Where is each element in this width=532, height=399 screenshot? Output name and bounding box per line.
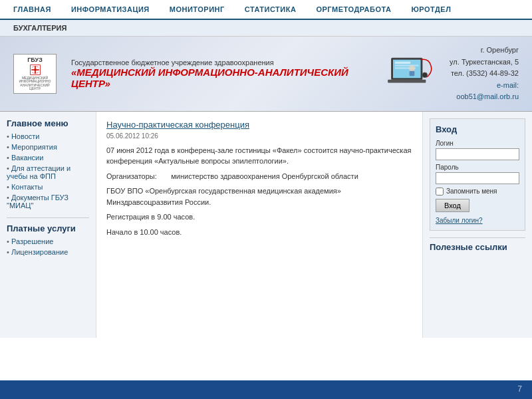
svg-rect-12 bbox=[410, 71, 415, 76]
right-sidebar: Вход Логин Пароль Запомнить меня Вход За… bbox=[422, 112, 532, 338]
svg-rect-9 bbox=[388, 80, 426, 83]
article-paragraph4: Начало в 10.00 часов. bbox=[106, 227, 412, 238]
main-menu-list: Новости Мероприятия Вакансии Для аттеста… bbox=[7, 132, 89, 209]
gbuz-label: ГБУЗ bbox=[27, 57, 43, 63]
remember-row: Запомнить меня bbox=[436, 188, 519, 196]
login-box: Вход Логин Пароль Запомнить меня Вход За… bbox=[430, 118, 525, 231]
menu-item-contacts[interactable]: Контакты bbox=[7, 183, 89, 191]
banner-left: ГБУЗ МЕДИЦИНСКИЙИНФОРМАЦИОННОАНАЛИТИЧЕСК… bbox=[13, 54, 377, 94]
logo-icon bbox=[23, 63, 48, 76]
login-input[interactable] bbox=[436, 148, 519, 160]
paid-services-title: Платные услуги bbox=[7, 223, 89, 233]
login-button[interactable]: Вход bbox=[436, 199, 469, 212]
main-menu-title: Главное меню bbox=[7, 118, 89, 128]
menu-item-attestation[interactable]: Для аттестации и учебы на ФПП bbox=[7, 164, 89, 180]
email-link[interactable]: e-mail: oob51@mail.orb.ru bbox=[456, 81, 519, 101]
center-content: Научно-практическая конференция 05.06.20… bbox=[96, 112, 422, 338]
article-date: 05.06.2012 10:26 bbox=[106, 132, 412, 140]
bottom-bar: 7 bbox=[0, 380, 532, 399]
top-navigation: ГЛАВНАЯ ИНФОРМАТИЗАЦИЯ МОНИТОРИНГ СТАТИС… bbox=[0, 0, 532, 20]
nav-legal[interactable]: ЮРОТДЕЛ bbox=[411, 5, 451, 13]
menu-item-licensing[interactable]: Лицензирование bbox=[7, 248, 89, 256]
password-label: Пароль bbox=[436, 164, 519, 171]
organizers-label: Организаторы: bbox=[106, 172, 157, 180]
org-type: Государственное бюджетное учреждение здр… bbox=[71, 59, 377, 66]
login-label: Логин bbox=[436, 140, 519, 147]
menu-item-vacancies[interactable]: Вакансии bbox=[7, 154, 89, 162]
organizers-value: министерство здравоохранения Оренбургско… bbox=[171, 172, 358, 180]
menu-item-permission[interactable]: Разрешение bbox=[7, 237, 89, 245]
paid-services-list: Разрешение Лицензирование bbox=[7, 237, 89, 256]
menu-item-news[interactable]: Новости bbox=[7, 132, 89, 140]
subnav-label: БУХГАЛТЕРИЯ bbox=[13, 24, 66, 32]
menu-item-documents[interactable]: Документы ГБУЗ "МИАЦ" bbox=[7, 194, 89, 209]
address-city: г. Оренбург bbox=[436, 45, 519, 57]
login-title: Вход bbox=[436, 124, 519, 134]
forgot-link[interactable]: Забыли логин? bbox=[436, 217, 483, 224]
slide-number: 7 bbox=[517, 384, 522, 394]
org-name: «МЕДИЦИНСКИЙ ИНФОРМАЦИОННО-АНАЛИТИЧЕСКИЙ… bbox=[71, 66, 377, 89]
svg-point-10 bbox=[422, 72, 428, 78]
header-banner: ГБУЗ МЕДИЦИНСКИЙИНФОРМАЦИОННОАНАЛИТИЧЕСК… bbox=[0, 37, 532, 112]
svg-rect-7 bbox=[395, 65, 419, 66]
svg-rect-6 bbox=[395, 62, 410, 64]
banner-center: Государственное бюджетное учреждение здр… bbox=[65, 59, 377, 89]
remember-label: Запомнить меня bbox=[446, 188, 497, 195]
nav-home[interactable]: ГЛАВНАЯ bbox=[13, 5, 51, 13]
banner-right: г. Оренбург ул. Туркестанская, 5 тел. (3… bbox=[436, 45, 519, 103]
nav-monitoring[interactable]: МОНИТОРИНГ bbox=[170, 5, 225, 13]
article-organizers: Организаторы: министерство здравоохранен… bbox=[106, 171, 412, 182]
article-paragraph1: 07 июня 2012 года в конференц-зале гости… bbox=[106, 145, 412, 167]
password-input[interactable] bbox=[436, 172, 519, 184]
article-paragraph3: Регистрация в 9.00 часов. bbox=[106, 211, 412, 223]
left-sidebar: Главное меню Новости Мероприятия Ваканси… bbox=[0, 112, 96, 338]
sub-navigation: БУХГАЛТЕРИЯ bbox=[0, 20, 532, 37]
main-content: Главное меню Новости Мероприятия Ваканси… bbox=[0, 112, 532, 338]
article-title[interactable]: Научно-практическая конференция bbox=[106, 120, 412, 130]
phone: тел. (3532) 44-89-32 bbox=[436, 68, 519, 80]
laptop-icon bbox=[384, 55, 435, 92]
logo-subtitle: МЕДИЦИНСКИЙИНФОРМАЦИОННОАНАЛИТИЧЕСКИЙЦЕН… bbox=[19, 76, 51, 91]
logo-box: ГБУЗ МЕДИЦИНСКИЙИНФОРМАЦИОННОАНАЛИТИЧЕСК… bbox=[13, 54, 57, 94]
address-street: ул. Туркестанская, 5 bbox=[436, 57, 519, 68]
article-paragraph2: ГБОУ ВПО «Оренбургская государственная м… bbox=[106, 186, 412, 207]
useful-links-title: Полезные ссылки bbox=[430, 237, 525, 252]
remember-checkbox[interactable] bbox=[436, 188, 444, 196]
nav-statistics[interactable]: СТАТИСТИКА bbox=[245, 5, 297, 13]
nav-orgwork[interactable]: ОРГМЕТОДРАБОТА bbox=[316, 5, 391, 13]
nav-informatization[interactable]: ИНФОРМАТИЗАЦИЯ bbox=[71, 5, 150, 13]
email: e-mail: oob51@mail.orb.ru bbox=[436, 80, 519, 103]
menu-item-events[interactable]: Мероприятия bbox=[7, 143, 89, 151]
svg-point-11 bbox=[409, 66, 415, 72]
sidebar-divider bbox=[7, 217, 89, 218]
